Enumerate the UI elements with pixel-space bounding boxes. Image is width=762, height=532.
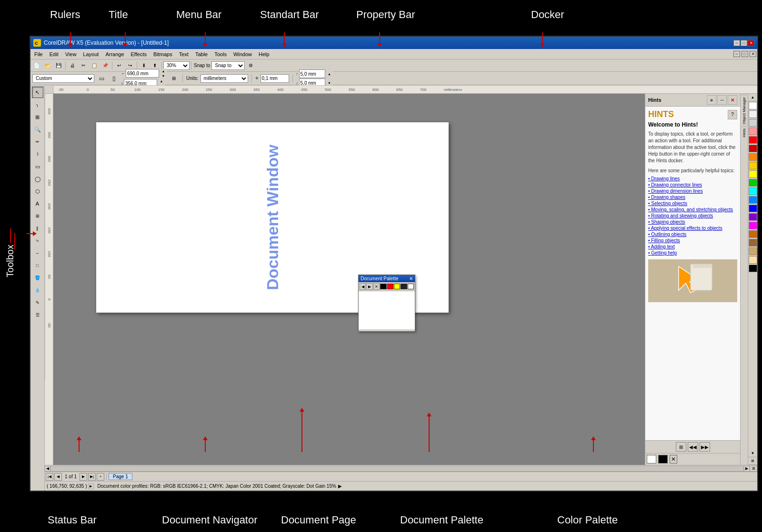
height-up[interactable]: ▲ [158, 79, 165, 83]
menu-text[interactable]: Text [176, 50, 191, 58]
hints-link-11[interactable]: Adding text [648, 244, 737, 249]
vtab-hints[interactable]: Hints [741, 126, 747, 139]
snap-settings[interactable]: ⚙ [245, 60, 256, 71]
swatch-7[interactable] [749, 162, 757, 169]
width-input[interactable] [126, 69, 159, 78]
menu-table[interactable]: Table [192, 50, 211, 58]
hints-link-3[interactable]: Drawing shapes [648, 195, 737, 200]
swatch-10[interactable] [749, 187, 757, 195]
swatch-19[interactable] [749, 265, 757, 272]
mdi-minimize[interactable]: ─ [733, 51, 740, 57]
save-button[interactable]: 💾 [53, 60, 64, 71]
menu-effects[interactable]: Effects [128, 50, 150, 58]
tool-connector[interactable]: ⤷ [32, 235, 43, 246]
menu-file[interactable]: File [31, 50, 46, 58]
menu-bitmaps[interactable]: Bitmaps [150, 50, 175, 58]
swatch-18[interactable] [749, 256, 757, 264]
tool-eyedropper[interactable]: 💧 [32, 285, 43, 296]
tool-outline[interactable]: ✎ [32, 297, 43, 308]
tool-table[interactable]: ⊞ [32, 210, 43, 222]
hscroll-left[interactable]: ◀ [45, 466, 50, 472]
tool-dimension[interactable]: ↔ [32, 247, 43, 259]
micronudge1-up[interactable]: ▲ [326, 71, 333, 76]
docker-foot-btn2[interactable]: ◀◀ [688, 442, 698, 452]
docker-close-btn[interactable]: ✕ [728, 95, 737, 105]
swatch-2[interactable] [749, 119, 757, 127]
swatch-9[interactable] [749, 179, 757, 187]
swatch-13[interactable] [749, 213, 757, 221]
menu-tools[interactable]: Tools [211, 50, 230, 58]
tool-freehand[interactable]: ✏ [32, 136, 43, 148]
swatch-12[interactable] [749, 205, 757, 212]
hints-link-7[interactable]: Shaping objects [648, 219, 737, 225]
nav-add-page[interactable]: + [97, 473, 104, 481]
copy-button[interactable]: 📋 [89, 60, 100, 71]
doc-palette-close[interactable]: ✕ [409, 276, 413, 281]
hints-link-4[interactable]: Selecting objects [648, 201, 737, 206]
document-canvas[interactable]: Document Window Document Palette ✕ ◀ ▶ ✕ [53, 94, 645, 465]
tool-ellipse[interactable]: ◯ [32, 173, 43, 185]
units-select[interactable]: millimeters inches pixels [201, 74, 248, 83]
dp-color-red[interactable] [387, 284, 393, 289]
zoom-select[interactable]: 30% 50% 75% 100% [163, 61, 190, 70]
menu-edit[interactable]: Edit [47, 50, 61, 58]
page-preset-select[interactable]: Custom Letter A4 [32, 74, 94, 83]
hints-link-8[interactable]: Applying special effects to objects [648, 226, 737, 231]
dp-btn2[interactable]: ▶ [366, 283, 372, 290]
cut-button[interactable]: ✂ [78, 60, 89, 71]
mdi-close[interactable]: ✕ [750, 51, 756, 57]
tool-smartdraw[interactable]: ⌇ [32, 148, 43, 160]
swatch-0[interactable] [749, 102, 757, 109]
swatch-15[interactable] [749, 230, 757, 238]
minimize-button[interactable]: ─ [733, 40, 740, 46]
tool-select[interactable]: ↖ [32, 87, 43, 98]
tool-text[interactable]: A [32, 198, 43, 209]
tool-interactive[interactable]: ☰ [32, 309, 43, 321]
dp-btn3[interactable]: ✕ [373, 283, 380, 290]
paste-button[interactable]: 📌 [100, 60, 110, 71]
docker-foot-btn3[interactable]: ▶▶ [700, 442, 710, 452]
nav-first[interactable]: |◀ [46, 473, 53, 481]
tool-zoom[interactable]: 🔍 [32, 124, 43, 135]
landscape-button[interactable]: ▯ [109, 73, 119, 84]
micro-nudge1-input[interactable] [299, 69, 325, 78]
dp-color-white[interactable] [408, 284, 414, 289]
dp-color-dark[interactable] [401, 284, 407, 289]
new-button[interactable]: 📄 [31, 60, 42, 71]
hscroll-right[interactable]: ▶ [744, 466, 750, 472]
width-down[interactable]: ▼ [160, 73, 167, 78]
menu-layout[interactable]: Layout [80, 50, 101, 58]
menu-window[interactable]: Window [231, 50, 255, 58]
swatch-16[interactable] [749, 239, 757, 246]
width-up[interactable]: ▲ [160, 69, 167, 73]
menu-help[interactable]: Help [256, 50, 272, 58]
swatch-14[interactable] [749, 222, 757, 229]
dp-btn1[interactable]: ◀ [360, 283, 366, 290]
tool-fill[interactable]: 🪣 [32, 272, 43, 284]
close-button[interactable]: ✕ [748, 40, 754, 46]
menu-view[interactable]: View [62, 50, 80, 58]
tool-polygon[interactable]: ⬡ [32, 186, 43, 197]
hints-link-12[interactable]: Getting help [648, 250, 737, 256]
micronudge2-down[interactable]: ▼ [326, 80, 333, 85]
swatch-5[interactable] [749, 145, 757, 152]
palette-scroll-up[interactable]: ▲ [748, 94, 758, 101]
no-fill-btn[interactable]: ✕ [670, 455, 677, 463]
docker-expand-btn[interactable]: » [707, 95, 716, 105]
hints-help-btn[interactable]: ? [728, 110, 737, 119]
tool-shape[interactable]: ╮ [32, 99, 43, 110]
swatch-6[interactable] [749, 153, 757, 161]
hints-link-9[interactable]: Outlining objects [648, 232, 737, 237]
nudge-input[interactable] [261, 74, 289, 83]
page-size-btn[interactable]: ⊞ [169, 73, 179, 84]
tool-crop[interactable]: ⊞ [32, 111, 43, 123]
docker-min-btn[interactable]: ─ [717, 95, 727, 105]
swatch-4[interactable] [749, 136, 757, 144]
menu-arrange[interactable]: Arrange [102, 50, 127, 58]
hints-link-1[interactable]: Drawing connector lines [648, 182, 737, 187]
page-tab[interactable]: Page 1 [109, 473, 132, 480]
swatch-11[interactable] [749, 196, 757, 204]
hints-link-10[interactable]: Filling objects [648, 238, 737, 243]
nav-next[interactable]: ▶ [80, 473, 87, 481]
outline-swatch[interactable] [658, 455, 668, 463]
